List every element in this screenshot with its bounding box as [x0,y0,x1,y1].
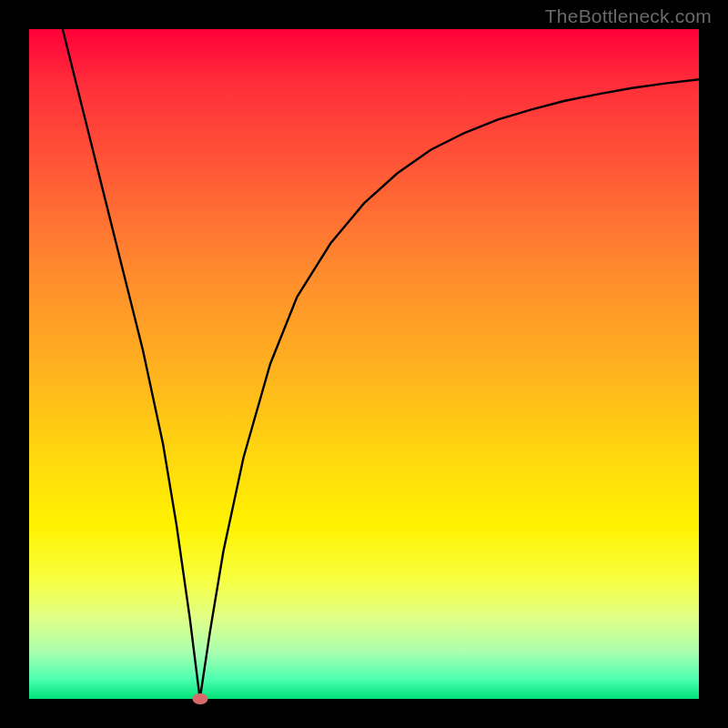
chart-frame: TheBottleneck.com [0,0,728,728]
plot-area [29,29,699,699]
watermark-label: TheBottleneck.com [545,5,712,27]
